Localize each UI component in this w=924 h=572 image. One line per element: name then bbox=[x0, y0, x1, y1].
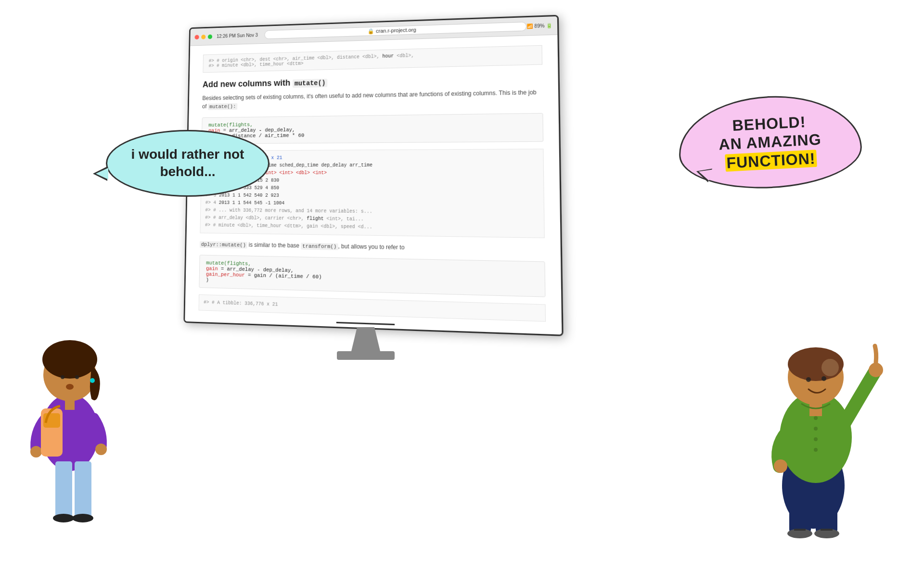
svg-rect-18 bbox=[816, 481, 837, 534]
battery-indicator: 📶 89% 🔋 bbox=[527, 23, 552, 29]
mutate-code-block-1: mutate(flights, gain = arr_delay - dep_d… bbox=[202, 113, 543, 144]
character-right-svg bbox=[746, 298, 900, 548]
content-divider bbox=[336, 322, 395, 325]
svg-point-31 bbox=[821, 376, 826, 381]
mutate-code-block-2: mutate(flights, gain = arr_delay - dep_d… bbox=[199, 255, 545, 297]
svg-point-30 bbox=[806, 377, 811, 382]
svg-point-22 bbox=[814, 416, 818, 420]
monitor-stand bbox=[351, 327, 380, 351]
speech-bubble-right: BEHOLD! AN AMAZING FUNCTION! bbox=[676, 91, 863, 193]
section-heading: Add new columns with mutate() bbox=[203, 73, 543, 89]
svg-point-29 bbox=[821, 359, 839, 376]
dplyr-note: dplyr::mutate() is similar to the base t… bbox=[200, 240, 545, 254]
svg-point-6 bbox=[66, 384, 74, 390]
monitor-base bbox=[337, 351, 395, 360]
character-right bbox=[746, 298, 900, 548]
svg-point-24 bbox=[814, 437, 818, 441]
svg-point-13 bbox=[95, 444, 107, 455]
browser-dots bbox=[194, 34, 212, 39]
svg-point-3 bbox=[90, 378, 95, 383]
minimize-button[interactable] bbox=[201, 35, 205, 39]
section-description: Besides selecting sets of existing colum… bbox=[202, 88, 543, 111]
svg-rect-9 bbox=[75, 461, 91, 519]
svg-point-12 bbox=[30, 446, 42, 458]
speech-right-text: BEHOLD! AN AMAZING FUNCTION! bbox=[698, 111, 842, 173]
svg-point-2 bbox=[42, 340, 97, 379]
code-block-top: #> # origin <chr>, dest <chr>, air_time … bbox=[203, 45, 542, 73]
svg-point-25 bbox=[814, 448, 818, 452]
svg-point-11 bbox=[72, 514, 93, 522]
close-button[interactable] bbox=[194, 35, 199, 39]
svg-point-4 bbox=[61, 375, 64, 379]
svg-rect-17 bbox=[789, 481, 811, 534]
svg-point-5 bbox=[75, 375, 79, 379]
speech-bubble-left: i would rather not behold... bbox=[106, 130, 270, 197]
speech-left-text: i would rather not behold... bbox=[131, 147, 244, 179]
svg-rect-8 bbox=[55, 461, 72, 519]
output-block-2: #> # A tibble: 336,776 x 21 bbox=[199, 294, 546, 322]
svg-rect-32 bbox=[809, 403, 822, 416]
svg-point-34 bbox=[774, 459, 787, 473]
svg-point-10 bbox=[53, 514, 74, 522]
svg-rect-7 bbox=[65, 398, 75, 410]
character-left bbox=[14, 279, 125, 543]
browser-time: 12:26 PM Sun Nov 3 bbox=[217, 33, 258, 39]
character-left-svg bbox=[14, 279, 125, 543]
maximize-button[interactable] bbox=[208, 34, 212, 39]
svg-point-23 bbox=[814, 427, 818, 431]
lock-icon: 🔒 bbox=[368, 28, 376, 34]
